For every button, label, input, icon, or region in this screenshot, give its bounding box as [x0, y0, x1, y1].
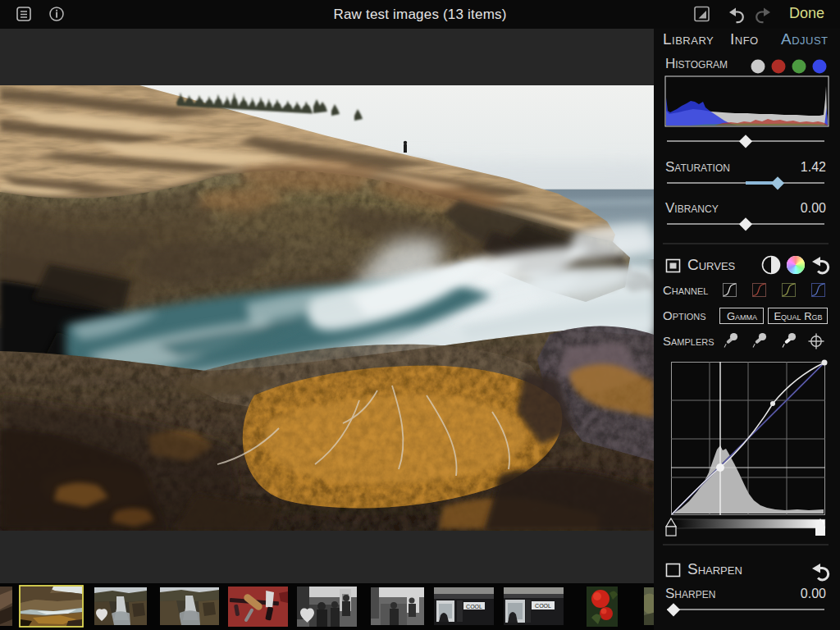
svg-text:COOL: COOL	[535, 603, 551, 609]
svg-text:COOL: COOL	[466, 604, 482, 609]
